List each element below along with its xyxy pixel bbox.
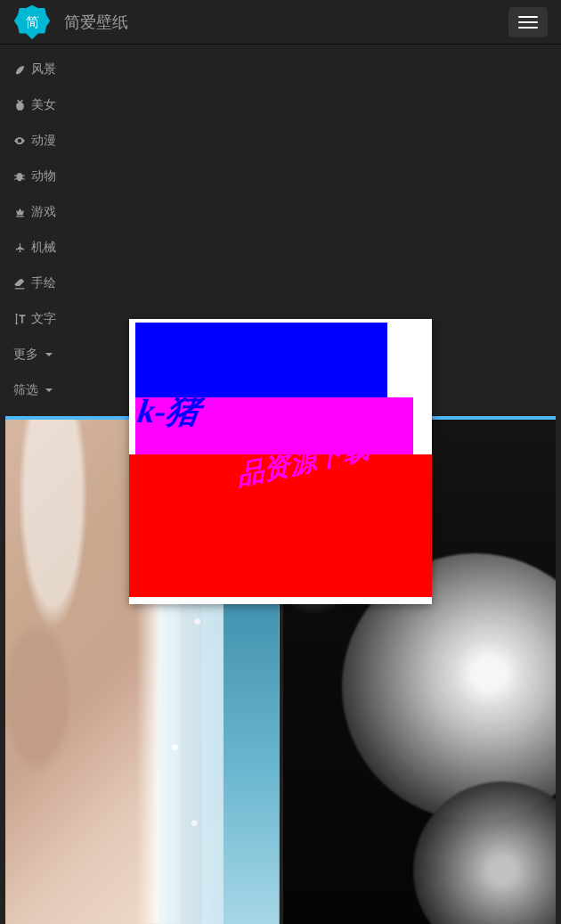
svg-line-3	[22, 175, 25, 176]
category-item-anime[interactable]: 动漫	[0, 123, 561, 159]
popup-script-text-1: k-猪	[134, 388, 203, 434]
eye-icon	[13, 135, 26, 147]
apple-icon	[13, 99, 26, 111]
category-label: 动物	[31, 168, 56, 184]
plane-icon	[13, 241, 26, 254]
navbar: 简 简爱壁纸	[0, 0, 561, 45]
svg-line-2	[14, 175, 17, 176]
caret-down-icon	[45, 388, 53, 392]
category-item-scenery[interactable]: 风景	[0, 52, 561, 87]
category-item-beauty[interactable]: 美女	[0, 87, 561, 123]
hamburger-bar-icon	[518, 16, 538, 18]
menu-toggle-button[interactable]	[508, 7, 548, 37]
category-label: 美女	[31, 97, 56, 113]
dropdown-more-label: 更多	[13, 347, 38, 363]
category-label: 手绘	[31, 275, 56, 291]
category-label: 机械	[31, 240, 56, 256]
category-item-handdrawn[interactable]: 手绘	[0, 266, 561, 301]
app-brand[interactable]: 简爱壁纸	[64, 12, 128, 33]
category-item-animal[interactable]: 动物	[0, 159, 561, 194]
category-item-machinery[interactable]: 机械	[0, 230, 561, 266]
hamburger-bar-icon	[518, 27, 538, 29]
dropdown-filter-label: 筛选	[13, 382, 38, 398]
category-item-game[interactable]: 游戏	[0, 194, 561, 230]
bug-icon	[13, 170, 26, 183]
category-label: 风景	[31, 61, 56, 78]
category-label: 动漫	[31, 133, 56, 149]
app-logo[interactable]: 简	[13, 4, 51, 41]
svg-point-1	[17, 172, 23, 180]
popup-ad[interactable]: k-猪 品资源下载	[129, 319, 432, 604]
caret-down-icon	[45, 353, 53, 356]
leaf-icon	[13, 63, 26, 76]
category-label: 文字	[31, 311, 56, 327]
text-height-icon	[13, 313, 26, 325]
logo-char: 简	[26, 15, 39, 29]
logo-badge-icon: 简	[13, 4, 51, 41]
svg-line-5	[22, 178, 25, 179]
chess-queen-icon	[13, 206, 26, 218]
category-label: 游戏	[31, 204, 56, 220]
eraser-icon	[13, 277, 26, 290]
svg-line-4	[14, 178, 17, 179]
hamburger-bar-icon	[518, 21, 538, 23]
navbar-left: 简 简爱壁纸	[13, 4, 128, 41]
